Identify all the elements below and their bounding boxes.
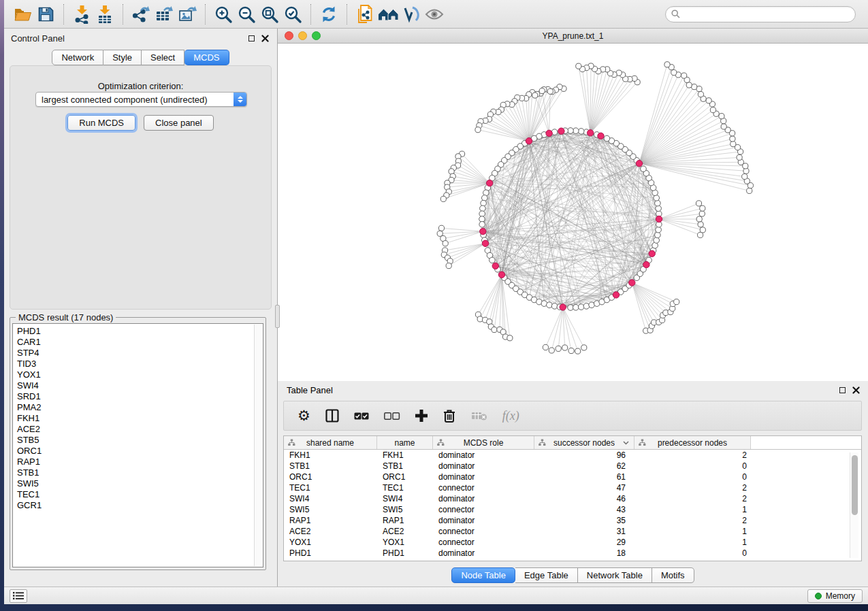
cell-predecessor-nodes[interactable]: 2 <box>634 483 751 493</box>
cell-mcds-role[interactable]: connector <box>433 505 534 514</box>
cell-name[interactable]: RAP1 <box>377 516 433 525</box>
network-leaf-node[interactable] <box>440 196 446 201</box>
mcds-result-item[interactable]: TID3 <box>17 359 263 369</box>
cell-shared-name[interactable]: ACE2 <box>284 527 377 536</box>
cell-successor-nodes[interactable]: 46 <box>534 494 634 503</box>
network-node[interactable] <box>654 237 660 244</box>
show-columns-button[interactable] <box>325 409 339 423</box>
refresh-button[interactable] <box>317 3 340 26</box>
network-leaf-node[interactable] <box>696 201 701 206</box>
network-node[interactable] <box>583 303 590 310</box>
mcds-result-item[interactable]: RAP1 <box>17 457 263 467</box>
mcds-result-item[interactable]: SWI4 <box>17 380 263 391</box>
table-row[interactable]: FKH1FKH1dominator962 <box>284 450 861 461</box>
cell-name[interactable]: PHD1 <box>377 548 433 558</box>
network-hub-node[interactable] <box>482 240 488 246</box>
mcds-result-list[interactable]: PHD1CAR1STP4TID3YOX1SWI4SRD1PMA2FKH1ACE2… <box>12 323 263 567</box>
network-leaf-node[interactable] <box>700 205 705 211</box>
network-leaf-node[interactable] <box>575 348 581 354</box>
cell-shared-name[interactable]: TEC1 <box>284 483 377 493</box>
network-hub-node[interactable] <box>629 280 635 286</box>
network-hub-node[interactable] <box>498 271 504 278</box>
mcds-result-item[interactable]: PMA2 <box>17 402 263 413</box>
table-row[interactable]: STB1STB1dominator620 <box>284 461 861 472</box>
network-fan-edge[interactable] <box>583 69 591 133</box>
table-row[interactable]: PHD1PHD1dominator180 <box>284 548 861 559</box>
table-scrollbar-thumb[interactable] <box>852 455 858 515</box>
network-fan-edge[interactable] <box>590 75 622 133</box>
network-leaf-node[interactable] <box>742 174 748 179</box>
network-leaf-node[interactable] <box>692 84 697 90</box>
network-node[interactable] <box>479 222 485 228</box>
network-hub-node[interactable] <box>588 130 594 136</box>
cell-mcds-role[interactable]: dominator <box>433 472 534 482</box>
cell-mcds-role[interactable]: connector <box>433 527 534 536</box>
network-fan-edge[interactable] <box>480 275 502 319</box>
mcds-result-item[interactable]: SWI5 <box>17 478 263 489</box>
zoom-fit-button[interactable] <box>258 3 281 26</box>
network-fan-edge[interactable] <box>458 165 490 183</box>
network-leaf-node[interactable] <box>671 70 677 76</box>
cell-name[interactable]: ACE2 <box>377 527 433 536</box>
network-node[interactable] <box>480 205 486 212</box>
tab-motifs[interactable]: Motifs <box>652 567 694 583</box>
network-fan-edge[interactable] <box>479 275 502 315</box>
cell-shared-name[interactable]: RAP1 <box>284 516 377 525</box>
cell-successor-nodes[interactable]: 18 <box>534 548 634 558</box>
network-node[interactable] <box>482 195 488 201</box>
network-edge[interactable] <box>502 136 601 275</box>
network-fan-edge[interactable] <box>639 163 747 181</box>
column-header-predecessor-nodes[interactable]: predecessor nodes <box>634 436 751 449</box>
network-leaf-node[interactable] <box>438 225 444 231</box>
network-leaf-node[interactable] <box>437 231 443 236</box>
vizmapper-button[interactable] <box>400 3 423 26</box>
network-fan-edge[interactable] <box>458 161 489 183</box>
network-leaf-node[interactable] <box>721 124 726 129</box>
float-panel-icon[interactable] <box>839 387 846 393</box>
tab-style[interactable]: Style <box>103 50 142 65</box>
network-fan-edge[interactable] <box>485 120 529 141</box>
cell-mcds-role[interactable]: connector <box>433 483 534 493</box>
network-node[interactable] <box>655 200 661 206</box>
column-header-successor-nodes[interactable]: successor nodes <box>534 436 634 449</box>
network-leaf-node[interactable] <box>730 142 736 147</box>
home-button[interactable] <box>376 3 400 26</box>
close-panel-icon[interactable] <box>261 35 269 42</box>
network-leaf-node[interactable] <box>446 263 451 269</box>
network-fan-edge[interactable] <box>590 69 607 133</box>
cell-shared-name[interactable]: SWI4 <box>284 494 377 503</box>
network-hub-node[interactable] <box>560 304 566 310</box>
network-fan-edge[interactable] <box>639 75 678 163</box>
cell-shared-name[interactable]: FKH1 <box>284 450 377 460</box>
column-header-name[interactable]: name <box>377 436 433 449</box>
cell-mcds-role[interactable]: dominator <box>433 494 534 503</box>
share-document-button[interactable] <box>353 3 376 26</box>
network-fan-edge[interactable] <box>632 283 662 320</box>
mcds-result-item[interactable]: ORC1 <box>17 446 263 457</box>
export-image-button[interactable] <box>176 3 199 26</box>
network-hub-node[interactable] <box>480 228 486 234</box>
network-fan-edge[interactable] <box>639 139 733 163</box>
network-leaf-node[interactable] <box>710 108 716 113</box>
network-hub-node[interactable] <box>656 216 662 222</box>
network-node[interactable] <box>551 303 558 310</box>
cell-name[interactable]: FKH1 <box>377 450 433 460</box>
network-leaf-node[interactable] <box>743 163 748 169</box>
tab-edge-table[interactable]: Edge Table <box>515 567 578 583</box>
cell-name[interactable]: SWI4 <box>377 494 433 503</box>
run-mcds-button[interactable]: Run MCDS <box>67 115 135 131</box>
network-leaf-node[interactable] <box>492 327 497 333</box>
cell-predecessor-nodes[interactable]: 1 <box>634 505 751 514</box>
network-node[interactable] <box>656 205 662 212</box>
network-leaf-node[interactable] <box>532 93 538 98</box>
delete-column-button[interactable] <box>443 408 456 423</box>
column-header-shared-name[interactable]: shared name <box>284 436 377 449</box>
float-panel-icon[interactable] <box>248 35 255 42</box>
export-table-button[interactable] <box>152 3 176 26</box>
mcds-result-item[interactable]: CAR1 <box>17 337 263 348</box>
network-leaf-node[interactable] <box>549 348 554 353</box>
network-fan-edge[interactable] <box>639 148 738 164</box>
network-fan-edge[interactable] <box>458 156 489 183</box>
unselect-all-button[interactable] <box>384 412 400 420</box>
network-node[interactable] <box>578 129 584 135</box>
